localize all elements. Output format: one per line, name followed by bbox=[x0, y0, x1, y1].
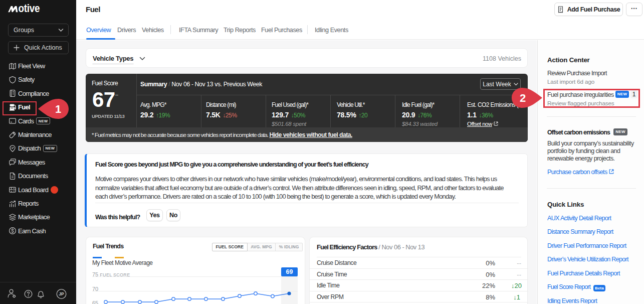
svg-text:JP: JP bbox=[59, 291, 64, 296]
svg-text:2: 2 bbox=[520, 92, 526, 104]
svg-text:otive: otive bbox=[19, 3, 40, 14]
svg-text:1: 1 bbox=[55, 103, 61, 115]
